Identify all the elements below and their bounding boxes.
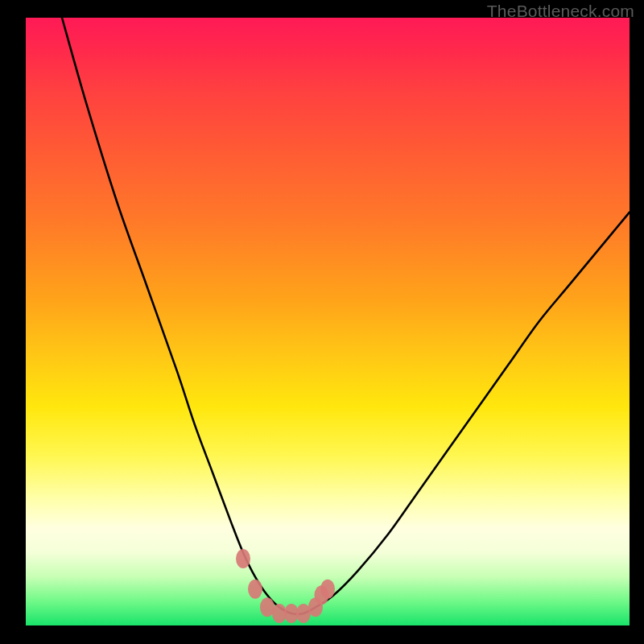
plot-area xyxy=(26,18,630,625)
marker-cluster xyxy=(236,549,335,623)
chart-frame: TheBottleneck.com xyxy=(0,0,644,644)
curve-layer xyxy=(26,18,630,625)
curve-path xyxy=(62,18,630,614)
marker-point xyxy=(248,580,262,599)
marker-point xyxy=(236,549,250,568)
watermark-text: TheBottleneck.com xyxy=(487,2,634,21)
marker-point xyxy=(320,580,335,599)
bottleneck-curve xyxy=(62,18,630,614)
